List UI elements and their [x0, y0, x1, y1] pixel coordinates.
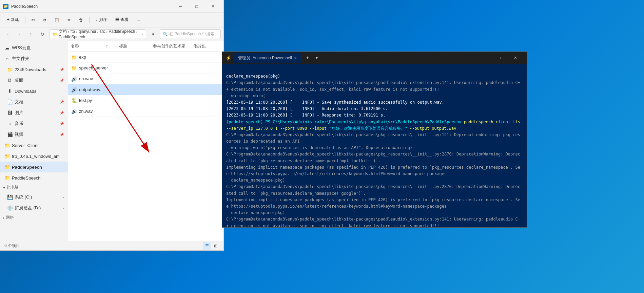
sidebar-item-frp[interactable]: 📁 frp_0.46.1_windows_am: [0, 151, 68, 162]
sidebar-label-network: 网络: [6, 215, 14, 221]
delete-button[interactable]: 🗑: [76, 15, 86, 25]
copy-button[interactable]: ⧉: [40, 15, 50, 25]
toolbar-separator-2: [89, 17, 90, 23]
terminal-tab-dropdown[interactable]: ▾: [316, 56, 318, 60]
file-item-exp[interactable]: 📁 exp: [68, 52, 223, 63]
terminal-tab-close-icon[interactable]: ✕: [294, 56, 297, 60]
terminal-content[interactable]: declare_namespace(pkg) C:\ProgramData\an…: [222, 64, 527, 227]
en-wav-icon: 🔊: [71, 76, 77, 82]
sidebar-label-home: 主文件夹: [12, 56, 30, 62]
back-button[interactable]: ‹: [3, 29, 13, 39]
address-path-text: 文档 › ftp › qianyuhui › src › PaddleSpeec…: [59, 29, 140, 39]
paddlespeech-2-icon: 📁: [4, 175, 10, 181]
sidebar-label-paddlespeech-1: PaddleSpeech: [12, 165, 42, 170]
ddrive-expand: ›: [63, 206, 64, 210]
line-1: declare_namespace(pkg): [226, 74, 280, 79]
server-client-icon: 📁: [4, 143, 10, 148]
search-icon: 🔍: [163, 32, 168, 37]
cut-button[interactable]: ✂: [28, 15, 38, 25]
paste-button[interactable]: 📋: [51, 15, 63, 25]
test-py-icon: 🐍: [71, 98, 77, 103]
sort-button[interactable]: ↕ 排序: [92, 15, 110, 25]
sidebar-item-documents[interactable]: 📄 文档 📌: [0, 97, 68, 107]
speech-server-icon: 📁: [71, 65, 77, 71]
sidebar-item-paddlespeech-2[interactable]: 📁 PaddleSpeech: [0, 172, 68, 183]
terminal-window: ⚡ 管理员: Anaconda Powershell ✕ + ▾ ─ □ ✕ d…: [222, 51, 527, 228]
search-box[interactable]: 🔍 在 PaddleSpeech 中搜索: [160, 29, 221, 39]
path-separator: ›: [142, 32, 143, 37]
line-2: C:\ProgramData\anaconda3\envs\paddle_spe…: [226, 80, 520, 98]
pin-icon-5: 📌: [60, 122, 64, 126]
file-name-speech-server: speech_server: [79, 65, 221, 70]
sidebar-group-thispc[interactable]: ▾ 此电脑: [0, 183, 68, 192]
line-4: (paddle_speech) PS C:\Users\Administrato…: [226, 120, 462, 124]
view-button[interactable]: ☰ 查看: [112, 15, 132, 25]
sidebar-item-downloads[interactable]: ⬇ Downloads: [0, 86, 68, 97]
rename-button[interactable]: ✏: [64, 15, 74, 25]
terminal-new-tab-button[interactable]: +: [304, 54, 312, 62]
sidebar-item-paddlespeech-1[interactable]: 📁 PaddleSpeech: [0, 162, 68, 172]
explorer-app-icon: 📁: [3, 4, 8, 9]
sidebar-item-desktop[interactable]: 🖥 桌面 📌: [0, 75, 68, 86]
new-button[interactable]: ✦ 新建: [3, 15, 22, 25]
sidebar-label-2345downloads: 2345Downloads: [15, 67, 46, 72]
file-item-en-wav[interactable]: 🔊 en.wav: [68, 74, 223, 84]
col-header-album[interactable]: 唱片集: [194, 43, 221, 49]
more-button[interactable]: ···: [133, 15, 143, 25]
col-header-num[interactable]: #: [105, 44, 119, 49]
pictures-icon: 🖼: [7, 110, 13, 116]
sidebar-label-videos: 视频: [15, 131, 23, 138]
refresh-button[interactable]: ↻: [38, 29, 47, 39]
minimize-button[interactable]: ─: [173, 0, 188, 13]
sidebar-item-pictures[interactable]: 🖼 图片 📌: [0, 107, 68, 118]
grid-view-button[interactable]: ⊞: [212, 242, 219, 250]
file-item-speech-server[interactable]: 📁 speech_server: [68, 63, 223, 74]
terminal-maximize-button[interactable]: □: [491, 52, 507, 64]
col-header-title[interactable]: 标题: [119, 43, 153, 49]
sidebar-label-thispc: 此电脑: [6, 185, 19, 190]
address-dropdown-button[interactable]: ▾: [148, 29, 158, 39]
sidebar-group-network[interactable]: › 网络: [0, 213, 68, 222]
close-button[interactable]: ✕: [205, 0, 221, 13]
toolbar-separator-1: [25, 17, 25, 23]
file-name-test-py: test.py: [79, 98, 221, 103]
explorer-title: PaddleSpeech: [11, 4, 170, 9]
address-path[interactable]: 📁 文档 › ftp › qianyuhui › src › PaddleSpe…: [49, 29, 146, 39]
address-bar: ‹ › ↑ ↻ 📁 文档 › ftp › qianyuhui › src › P…: [0, 27, 223, 41]
sidebar-item-videos[interactable]: 🎬 视频 📌: [0, 129, 68, 140]
sidebar-item-chdrive[interactable]: 💾 系统 (C:) ›: [0, 192, 68, 203]
sidebar-item-home[interactable]: ⌂ 主文件夹: [0, 53, 68, 64]
terminal-active-tab[interactable]: 管理员: Anaconda Powershell ✕: [234, 53, 301, 63]
file-item-test-py[interactable]: 🐍 test.py: [68, 95, 223, 106]
terminal-close-button[interactable]: ✕: [508, 52, 523, 64]
explorer-main-content: ☁ WPS云盘 ⌂ 主文件夹 📁 2345Downloads 📌 🖥 桌面 📌 …: [0, 41, 223, 241]
sidebar-item-music[interactable]: ♪ 音乐 📌: [0, 118, 68, 129]
col-header-artist[interactable]: 参与创作的艺术家: [153, 43, 194, 49]
sidebar-label-wps: WPS云盘: [12, 45, 31, 51]
forward-button[interactable]: ›: [15, 29, 24, 39]
file-item-output-wav[interactable]: 🔊 output.wav: [68, 84, 223, 95]
sidebar-item-ddrive[interactable]: 💿 扩展硬盘 (D:) ›: [0, 203, 68, 213]
list-view-button[interactable]: ☰: [203, 242, 211, 250]
paddlespeech-1-icon: 📁: [4, 164, 10, 170]
sidebar-item-wps[interactable]: ☁ WPS云盘: [0, 42, 68, 53]
exp-icon: 📁: [71, 55, 77, 60]
output-wav-icon: 🔊: [71, 87, 77, 92]
pin-icon-4: 📌: [60, 111, 64, 115]
sidebar-item-2345downloads[interactable]: 📁 2345Downloads 📌: [0, 64, 68, 75]
sidebar-item-server-client[interactable]: 📁 Server_Client: [0, 140, 68, 151]
sidebar-label-frp: frp_0.46.1_windows_am: [12, 154, 60, 159]
explorer-window-controls: ─ □ ✕: [173, 0, 221, 13]
documents-icon: 📄: [7, 99, 13, 105]
up-button[interactable]: ↑: [26, 29, 36, 39]
cdrive-icon: 💾: [7, 194, 13, 200]
line-5: C:\ProgramData\anaconda3\envs\paddle_spe…: [226, 132, 520, 227]
file-item-zh-wav[interactable]: 🔊 zh.wav: [68, 106, 223, 117]
cdrive-expand: ›: [63, 195, 64, 199]
terminal-minimize-button[interactable]: ─: [475, 52, 491, 64]
sidebar-label-ddrive: 扩展硬盘 (D:): [15, 205, 41, 211]
col-header-name[interactable]: 名称: [71, 43, 105, 49]
sidebar-label-paddlespeech-2: PaddleSpeech: [12, 175, 41, 181]
network-expand-icon: ›: [3, 215, 4, 220]
maximize-button[interactable]: □: [189, 0, 204, 13]
